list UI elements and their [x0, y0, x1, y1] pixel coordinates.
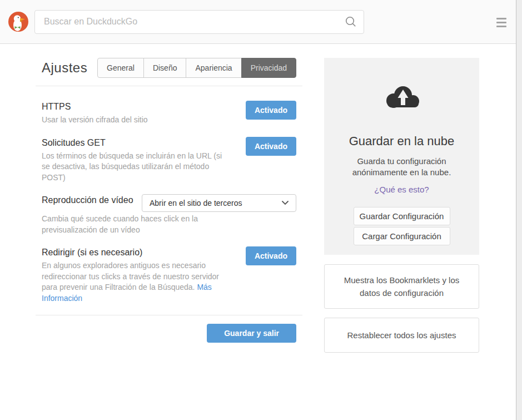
setting-title: Solicitudes GET [42, 137, 225, 149]
top-bar [0, 0, 522, 44]
setting-description: Usar la versión cifrada del sitio [42, 115, 148, 126]
get-requests-toggle-button[interactable]: Activado [246, 137, 296, 156]
cloud-panel-title: Guardar en la nube [324, 134, 479, 149]
settings-tabs: General Diseño Apariencia Privacidad [97, 58, 296, 78]
search-icon[interactable] [345, 16, 357, 28]
cloud-upload-icon [382, 83, 422, 112]
tab-apariencia[interactable]: Apariencia [186, 58, 241, 78]
tab-privacidad[interactable]: Privacidad [241, 58, 296, 78]
cloud-save-panel: Guardar en la nube Guarda tu configuraci… [324, 58, 479, 255]
page-title: Ajustes [42, 60, 87, 76]
setting-title: HTTPS [42, 101, 148, 113]
search-input[interactable] [34, 10, 364, 34]
chevron-down-icon [282, 201, 289, 205]
setting-row-video-playback: Reproducción de vídeo Abrir en el sitio … [42, 194, 302, 235]
setting-title: Redirigir (si es necesario) [42, 246, 225, 259]
vertical-scrollbar[interactable] [516, 0, 522, 420]
setting-description: Los términos de búsqueda se incluirán en… [42, 151, 225, 184]
show-bookmarklets-button[interactable]: Muestra los Bookmarklets y los datos de … [324, 264, 479, 309]
settings-column: Ajustes General Diseño Apariencia Privac… [36, 58, 302, 353]
setting-row-redirect: Redirigir (si es necesario) En algunos e… [42, 246, 302, 304]
search-box [34, 10, 364, 34]
setting-title: Reproducción de vídeo [42, 194, 133, 212]
setting-row-get-requests: Solicitudes GET Los términos de búsqueda… [42, 137, 302, 184]
tab-general[interactable]: General [97, 58, 144, 78]
https-toggle-button[interactable]: Activado [246, 101, 296, 120]
load-settings-button[interactable]: Cargar Configuración [354, 227, 450, 245]
settings-page: Ajustes General Diseño Apariencia Privac… [0, 44, 522, 353]
setting-description: Cambia qué sucede cuando haces click en … [42, 214, 214, 235]
select-value: Abrir en el sitio de terceros [150, 199, 242, 207]
menu-icon[interactable] [496, 18, 506, 27]
reset-settings-button[interactable]: Restablecer todos los ajustes [324, 318, 479, 353]
tab-diseno[interactable]: Diseño [143, 58, 187, 78]
setting-row-https: HTTPS Usar la versión cifrada del sitio … [42, 101, 302, 126]
setting-description: En algunos exploradores antiguos es nece… [42, 260, 225, 304]
save-settings-button[interactable]: Guardar Configuración [354, 207, 450, 225]
what-is-this-link[interactable]: ¿Qué es esto? [374, 185, 429, 194]
redirect-toggle-button[interactable]: Activado [246, 246, 296, 265]
cloud-panel-description: Guarda tu configuración anónimamente en … [349, 156, 455, 178]
duckduckgo-logo-icon[interactable] [8, 12, 28, 32]
save-and-exit-button[interactable]: Guardar y salir [207, 324, 296, 343]
video-playback-select[interactable]: Abrir en el sitio de terceros [142, 194, 296, 212]
cloud-sidebar: Guardar en la nube Guarda tu configuraci… [324, 58, 479, 353]
